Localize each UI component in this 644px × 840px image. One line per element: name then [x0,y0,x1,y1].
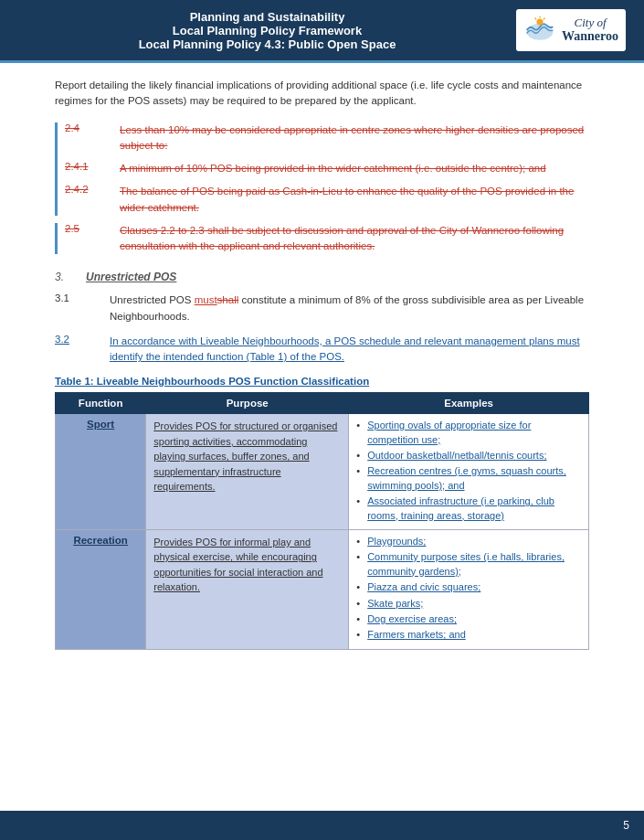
cell-examples-sport: Sporting ovals of appropriate size for c… [349,414,589,530]
cell-purpose-recreation: Provides POS for informal play and physi… [146,529,349,649]
header-title2: Local Planning Policy Framework [18,24,516,37]
section3-heading: 3. Unrestricted POS [55,271,589,283]
col-examples: Examples [349,393,589,414]
clause-3-1-text: Unrestricted POS mustshall constitute a … [110,292,589,324]
recreation-examples-list: Playgrounds; Community purpose sites (i.… [356,535,581,643]
table-header: Function Purpose Examples [56,393,589,414]
recreation-example-5: Dog exercise areas; [356,612,581,626]
section3-num: 3. [55,271,77,283]
recreation-example-6: Farmers markets; and [356,628,581,642]
section-2-5: 2.5 Clauses 2.2 to 2.3 shall be subject … [65,223,589,255]
page-number: 5 [623,819,629,832]
pos-table: Function Purpose Examples Sport Provides… [55,392,589,649]
header-title3: Local Planning Policy 4.3: Public Open S… [18,37,516,51]
svg-line-3 [535,18,536,20]
header-text-block: Planning and Sustainability Local Planni… [18,10,516,51]
section-2-4-1-text: A minimum of 10% POS being provided in t… [120,161,546,176]
table-title: Table 1: Liveable Neighbourhoods POS Fun… [55,376,589,387]
cell-examples-recreation: Playgrounds; Community purpose sites (i.… [349,529,589,649]
header-title1: Planning and Sustainability [18,10,516,24]
section-2-4-1: 2.4.1 A minimum of 10% POS being provide… [65,161,589,176]
svg-line-4 [544,18,544,20]
recreation-example-4: Skate parks; [356,597,581,611]
clause-3-1: 3.1 Unrestricted POS mustshall constitut… [55,292,589,324]
clause-3-2-text: In accordance with Liveable Neighbourhoo… [110,334,589,366]
logo-icon [523,14,556,47]
section-2-4: 2.4 Less than 10% may be considered appr… [65,122,589,154]
section-2-4-text: Less than 10% may be considered appropri… [120,122,589,154]
section-2-4-num: 2.4 [65,122,120,154]
sport-example-2: Outdoor basketball/netball/tennis courts… [356,449,581,463]
shall-text: shall [217,294,239,305]
section-2-4-1-num: 2.4.1 [65,161,120,176]
sport-examples-list: Sporting ovals of appropriate size for c… [356,419,581,523]
clause-3-2-num: 3.2 [55,334,110,366]
table-body: Sport Provides POS for structured or org… [56,414,589,649]
cell-function-sport[interactable]: Sport [56,414,146,530]
recreation-example-2: Community purpose sites (i.e halls, libr… [356,550,581,579]
section-2-4-2-num: 2.4.2 [65,184,120,216]
sport-example-1: Sporting ovals of appropriate size for c… [356,419,581,447]
col-function: Function [56,393,146,414]
table-row-recreation: Recreation Provides POS for informal pla… [56,529,589,649]
logo-box: City of Wanneroo [516,9,626,51]
clause-3-2: 3.2 In accordance with Liveable Neighbou… [55,334,589,366]
table-row-sport: Sport Provides POS for structured or org… [56,414,589,530]
col-purpose: Purpose [146,393,349,414]
clause-3-1-num: 3.1 [55,292,110,324]
strikethrough-block: 2.4 Less than 10% may be considered appr… [55,122,589,216]
section3-title: Unrestricted POS [86,271,176,283]
sport-link[interactable]: Sport [87,419,114,430]
cell-function-recreation[interactable]: Recreation [56,529,146,649]
intro-paragraph: Report detailing the likely financial im… [55,78,589,110]
section-2-4-2-text: The balance of POS being paid as Cash-in… [120,184,589,216]
main-content: Report detailing the likely financial im… [0,63,644,665]
page-footer: 5 [0,811,644,840]
recreation-example-3: Piazza and civic squares; [356,580,581,594]
recreation-example-1: Playgrounds; [356,535,581,548]
must-text: must [195,294,217,305]
header-logo: City of Wanneroo [516,9,626,51]
section-2-5-num: 2.5 [65,223,120,255]
cell-purpose-sport: Provides POS for structured or organised… [146,414,349,530]
logo-text: City of Wanneroo [562,16,618,45]
page-header: Planning and Sustainability Local Planni… [0,0,644,60]
section-2-5-block: 2.5 Clauses 2.2 to 2.3 shall be subject … [55,223,589,255]
svg-point-1 [536,18,543,25]
recreation-link[interactable]: Recreation [73,535,127,546]
section-2-4-2: 2.4.2 The balance of POS being paid as C… [65,184,589,216]
section-2-5-text: Clauses 2.2 to 2.3 shall be subject to d… [120,223,589,255]
sport-example-3: Recreation centres (i.e gyms, squash cou… [356,464,581,493]
sport-example-4: Associated infrastructure (i.e parking, … [356,494,581,523]
